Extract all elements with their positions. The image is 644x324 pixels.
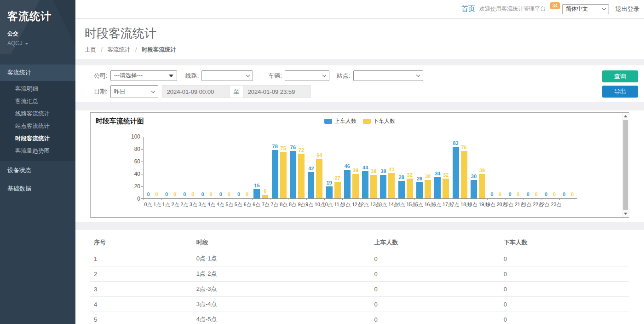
x-axis-tick-mark	[198, 198, 198, 200]
scrollbar-thumb[interactable]	[623, 120, 628, 210]
query-button[interactable]: 查询	[602, 70, 638, 82]
table-cell: 4	[90, 297, 193, 312]
logout-link[interactable]: 退出登录	[615, 5, 639, 13]
table-cell: 0	[500, 266, 629, 282]
vehicle-select[interactable]	[285, 70, 329, 81]
x-axis-tick-mark	[144, 198, 144, 200]
bar-value-label: 46	[345, 163, 350, 169]
line-select[interactable]	[201, 70, 253, 81]
table-cell: 0	[370, 312, 500, 324]
bar-value-label: 0	[209, 191, 212, 197]
x-axis-tick-mark	[505, 198, 506, 200]
language-select-value: 简体中文	[566, 5, 588, 13]
station-select[interactable]	[353, 70, 423, 81]
table-row: 21点-2点00	[90, 266, 629, 282]
bar-down	[370, 175, 377, 198]
y-axis-tick-mark	[141, 162, 144, 162]
table-cell: 0	[370, 282, 500, 297]
table-cell: 4点-5点	[193, 312, 371, 324]
x-axis-label: 1点-2点	[162, 202, 179, 208]
x-axis-tick-mark	[361, 198, 361, 200]
company-filter: 公司: ---请选择---	[94, 70, 177, 81]
x-axis-tick-mark	[306, 198, 307, 200]
table-row: 10点-1点00	[90, 251, 629, 266]
dropdown-arrow-icon	[169, 75, 173, 77]
table-column-header: 上车人数	[370, 234, 500, 251]
breadcrumb-separator: /	[135, 46, 137, 53]
bar-value-label: 0	[228, 191, 230, 197]
legend-item[interactable]: 上车人数	[324, 117, 356, 125]
x-axis-tick-mark	[469, 198, 469, 200]
legend-label: 下车人数	[373, 117, 395, 125]
bar-value-label: 76	[290, 145, 296, 150]
bar-value-label: 0	[563, 191, 565, 197]
sidebar-group-passenger-stats[interactable]: 客流统计	[0, 64, 75, 81]
bar-down	[443, 179, 449, 198]
bar-value-label: 83	[453, 140, 458, 146]
date-from-input[interactable]: 2024-01-09 00:00	[162, 85, 230, 98]
user-name-label: AQGJ	[7, 40, 23, 46]
date-to-input[interactable]: 2024-01-09 23:59	[243, 85, 311, 98]
line-label: 线路:	[185, 72, 199, 80]
export-button[interactable]: 导出	[602, 86, 638, 98]
sidebar-item-base-data[interactable]: 基础数据	[0, 179, 75, 198]
bar-value-label: 26	[417, 176, 422, 181]
section-gap	[75, 222, 644, 230]
date-preset-select[interactable]: 昨日	[110, 85, 158, 98]
company-select[interactable]: ---请选择---	[110, 70, 177, 81]
bar-value-label: 72	[299, 147, 304, 153]
bar-up	[253, 189, 260, 198]
breadcrumb-separator: /	[101, 46, 102, 53]
date-label: 日期:	[94, 87, 108, 96]
bar-up	[344, 170, 351, 198]
table-panel: 序号时段上车人数下车人数 10点-1点0021点-2点0032点-3点0043点…	[75, 230, 644, 324]
bar-value-label: 76	[461, 145, 466, 150]
notification-badge[interactable]: 34	[550, 2, 560, 9]
scroll-up-button[interactable]	[622, 113, 629, 120]
y-axis-tick-label: 60	[134, 158, 140, 165]
breadcrumb-home[interactable]: 主页	[85, 46, 96, 53]
user-menu[interactable]: AQGJ	[7, 40, 68, 46]
sidebar-item-device-status[interactable]: 设备状态	[0, 161, 75, 179]
legend-item[interactable]: 下车人数	[363, 117, 395, 125]
sidebar-subitem[interactable]: 线路客流统计	[0, 108, 75, 120]
sidebar-subitem[interactable]: 站点客流统计	[0, 120, 75, 133]
x-axis-label: 4点-5点	[217, 202, 233, 208]
x-axis-tick-mark	[180, 198, 180, 200]
table-row: 43点-4点00	[90, 297, 629, 312]
sidebar-subitem[interactable]: 客流量趋势图	[0, 145, 75, 157]
page-title: 时段客流统计	[85, 25, 644, 41]
bar-value-label: 75	[281, 145, 286, 151]
breadcrumb-section[interactable]: 客流统计	[107, 46, 130, 53]
language-select[interactable]: 简体中文	[562, 4, 609, 14]
chart-scrollbar[interactable]	[622, 113, 629, 217]
sidebar-subitem[interactable]: 客流汇总	[0, 95, 75, 108]
sidebar-subitem[interactable]: 时段客流统计	[0, 133, 75, 145]
breadcrumb: 主页 / 客流统计 / 时段客流统计	[85, 46, 644, 54]
bar-up	[453, 147, 459, 198]
bar-down	[388, 173, 395, 198]
section-gap	[75, 59, 644, 65]
bar-value-label: 39	[479, 168, 485, 173]
table-wrap: 序号时段上车人数下车人数 10点-1点0021点-2点0032点-3点0043点…	[90, 234, 629, 324]
y-axis-tick-label: 40	[134, 171, 140, 177]
welcome-text: 欢迎使用客流统计管理平台	[479, 5, 546, 13]
x-axis-label: 2点-3点	[180, 202, 197, 208]
sidebar-subitem[interactable]: 客流明细	[0, 83, 75, 95]
table-cell: 2	[90, 266, 193, 282]
bar-value-label: 38	[380, 168, 386, 174]
x-axis-tick-mark	[216, 198, 216, 200]
scroll-down-button[interactable]	[622, 210, 629, 217]
legend-swatch	[363, 119, 371, 124]
y-axis-tick-mark	[141, 186, 144, 187]
bar-down	[407, 179, 413, 198]
x-axis-tick-mark	[379, 198, 379, 200]
bar-value-label: 38	[371, 168, 376, 174]
x-axis-label: 5点-6点	[235, 202, 251, 208]
x-axis-tick-mark	[397, 198, 397, 200]
bar-value-label: 0	[183, 191, 186, 197]
x-axis-tick-mark	[559, 198, 560, 200]
home-link[interactable]: 首页	[461, 5, 475, 13]
x-axis-tick-mark	[523, 198, 523, 200]
x-axis-tick-mark	[161, 198, 162, 200]
